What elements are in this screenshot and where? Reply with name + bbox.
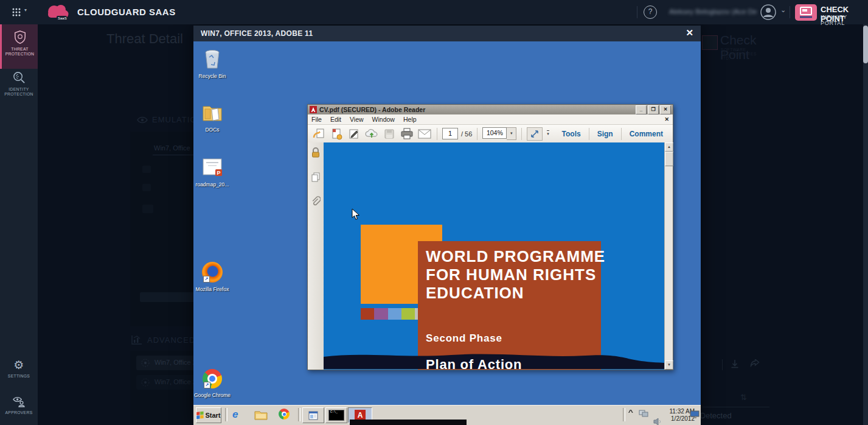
logo-badge: SaaS bbox=[58, 16, 67, 20]
close-icon[interactable]: ✕ bbox=[686, 27, 693, 38]
menu-help[interactable]: Help bbox=[403, 116, 417, 123]
portal-header: ▾ SaaS CLOUDGUARD SAAS ? Aleksey Belogla… bbox=[0, 0, 868, 24]
help-icon[interactable]: ? bbox=[644, 5, 657, 19]
shortcut-arrow-icon: ↗ bbox=[203, 276, 210, 283]
color-swatch bbox=[388, 308, 401, 320]
sidebar-item-label: THREAT bbox=[2, 47, 38, 52]
app-launcher-caret-icon[interactable]: ▾ bbox=[24, 7, 27, 13]
reader-scrollbar[interactable]: ▲ ▼ bbox=[664, 142, 673, 370]
sidebar-item-settings[interactable]: ⚙ SETTINGS bbox=[0, 359, 38, 379]
internet-explorer-icon[interactable]: e bbox=[232, 409, 238, 421]
recycle-bin-icon bbox=[203, 49, 221, 69]
page-number-input[interactable]: 1 bbox=[442, 128, 458, 139]
brand-sub: INFINITY PORTAL bbox=[821, 14, 868, 26]
desktop-icon-label: Recycle Bin bbox=[194, 73, 231, 79]
sidebar-item-label: APPROVERS bbox=[0, 410, 38, 415]
pdf-heading-line3: EDUCATION bbox=[426, 284, 524, 302]
shortcut-arrow-icon: ↗ bbox=[204, 382, 210, 388]
comment-button[interactable]: Comment bbox=[623, 130, 669, 138]
scrollbar-thumb[interactable] bbox=[665, 152, 673, 166]
modal-header: WIN7, OFFICE 2013, ADOBE 11 ✕ bbox=[193, 26, 701, 41]
tray-collapse-icon[interactable]: ^ bbox=[628, 409, 633, 416]
app-title: CLOUDGUARD SAAS bbox=[77, 7, 176, 17]
maximize-icon[interactable]: ❒ bbox=[648, 105, 659, 114]
adobe-reader-app-icon bbox=[310, 106, 317, 113]
mouse-cursor bbox=[352, 208, 360, 220]
task-button-document[interactable] bbox=[302, 407, 324, 423]
security-lock-icon[interactable] bbox=[311, 147, 321, 158]
explorer-folder-icon[interactable] bbox=[254, 409, 268, 420]
desktop-icon-label: Google Chrome bbox=[194, 392, 231, 398]
attachments-paperclip-icon[interactable] bbox=[311, 196, 321, 207]
sidebar-item-threat-protection[interactable]: THREAT PROTECTION bbox=[0, 24, 38, 69]
desktop-icon-recycle-bin[interactable]: Recycle Bin bbox=[194, 49, 231, 79]
reader-menubar: File Edit View Window Help ✕ bbox=[308, 114, 673, 125]
email-icon[interactable] bbox=[417, 127, 432, 141]
menu-file[interactable]: File bbox=[311, 116, 322, 123]
document-window-icon bbox=[308, 411, 318, 420]
modal-title: WIN7, OFFICE 2013, ADOBE 11 bbox=[201, 29, 313, 38]
reader-titlebar[interactable]: CV.pdf (SECURED) - Adobe Reader _ ❒ ✕ bbox=[308, 105, 673, 114]
sidebar-item-approvers[interactable]: APPROVERS bbox=[0, 395, 38, 415]
sign-button[interactable]: Sign bbox=[591, 130, 619, 138]
svg-text:P: P bbox=[217, 170, 221, 176]
page-scrollbar-thumb[interactable] bbox=[863, 26, 868, 63]
open-file-icon[interactable] bbox=[311, 127, 326, 141]
screen-artifact-band bbox=[350, 420, 467, 425]
start-label: Start bbox=[205, 412, 220, 419]
menubar-close-icon[interactable]: ✕ bbox=[664, 116, 669, 122]
sign-pen-icon[interactable] bbox=[347, 127, 361, 141]
cloud-upload-icon[interactable] bbox=[364, 127, 379, 141]
zoom-value[interactable]: 104% bbox=[482, 127, 507, 139]
menu-edit[interactable]: Edit bbox=[330, 116, 341, 123]
tools-button[interactable]: Tools bbox=[556, 130, 587, 138]
save-icon[interactable] bbox=[382, 127, 397, 141]
shield-icon bbox=[13, 30, 27, 44]
print-icon[interactable] bbox=[400, 127, 414, 141]
pdf-footer-title: Plan of Action bbox=[426, 357, 522, 370]
app-launcher-grid-icon[interactable] bbox=[12, 8, 22, 16]
approver-eye-person-icon bbox=[12, 395, 26, 408]
window-close-icon[interactable]: ✕ bbox=[660, 105, 671, 114]
checkpoint-logo bbox=[795, 4, 817, 21]
gear-icon: ⚙ bbox=[13, 359, 24, 371]
sidebar-item-label: PROTECTION bbox=[0, 92, 38, 97]
fit-caret-icon[interactable]: ▾ bbox=[547, 130, 549, 137]
emulation-modal: WIN7, OFFICE 2013, ADOBE 11 ✕ Recycle Bi… bbox=[193, 26, 701, 425]
minimize-icon[interactable]: _ bbox=[636, 105, 647, 114]
color-swatch bbox=[401, 308, 415, 320]
desktop-icon-firefox[interactable]: ↗ Mozilla Firefox bbox=[194, 262, 231, 292]
folder-icon bbox=[202, 102, 223, 123]
scroll-up-icon[interactable]: ▲ bbox=[665, 142, 673, 152]
page-scrollbar[interactable] bbox=[863, 24, 868, 425]
cloudguard-logo: SaaS bbox=[44, 2, 72, 23]
identity-search-icon bbox=[12, 71, 26, 85]
adobe-reader-window: CV.pdf (SECURED) - Adobe Reader _ ❒ ✕ Fi… bbox=[307, 104, 673, 370]
scroll-down-icon[interactable]: ▼ bbox=[665, 360, 673, 370]
avatar[interactable] bbox=[760, 4, 776, 20]
fit-window-icon[interactable] bbox=[527, 127, 543, 141]
sidebar-item-label: PROTECTION bbox=[2, 52, 38, 57]
zoom-caret-icon[interactable]: ▾ bbox=[507, 127, 516, 140]
color-swatch bbox=[361, 308, 374, 320]
task-button-cmd[interactable]: C:\_ bbox=[325, 407, 347, 423]
desktop-icon-chrome[interactable]: ↗ Google Chrome bbox=[194, 369, 231, 398]
page-thumbnails-icon[interactable] bbox=[311, 172, 321, 183]
reader-window-title: CV.pdf (SECURED) - Adobe Reader bbox=[319, 106, 634, 113]
create-pdf-icon[interactable] bbox=[329, 127, 344, 141]
menu-view[interactable]: View bbox=[350, 116, 364, 123]
start-button[interactable]: Start bbox=[196, 407, 221, 423]
pdf-subtitle: Second Phase bbox=[426, 332, 502, 345]
pdf-heading-line2: FOR HUMAN RIGHTS bbox=[426, 265, 596, 284]
zoom-level-select[interactable]: 104% ▾ bbox=[482, 127, 516, 140]
page-total-label: / 56 bbox=[461, 130, 472, 138]
chevron-down-icon[interactable]: ⌄ bbox=[780, 6, 786, 14]
desktop-icon-label: DOCs bbox=[194, 127, 231, 133]
desktop-icon-docs[interactable]: DOCs bbox=[194, 102, 231, 133]
chrome-taskbar-icon[interactable] bbox=[279, 409, 290, 420]
sidebar-item-identity-protection[interactable]: IDENTITY PROTECTION bbox=[0, 65, 38, 108]
menu-window[interactable]: Window bbox=[372, 116, 395, 123]
sidebar-item-label: SETTINGS bbox=[0, 374, 38, 379]
pdf-page: WORLD PROGRAMME FOR HUMAN RIGHTS EDUCATI… bbox=[324, 142, 665, 370]
desktop-icon-roadmap[interactable]: P roadmap_20... bbox=[194, 158, 231, 188]
